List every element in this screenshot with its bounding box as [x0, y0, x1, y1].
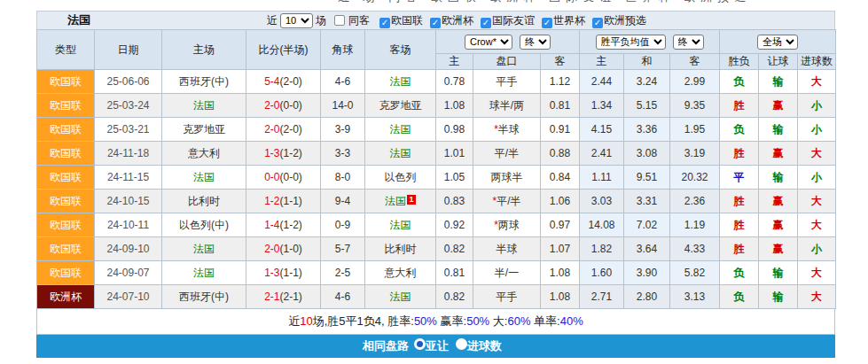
handicap-odds-away: 1.08 — [541, 285, 580, 309]
avg-odds-select[interactable]: 胜平负均值 — [596, 35, 666, 50]
summary-part: 近 — [288, 314, 300, 328]
handicap-odds-home: 0.82 — [436, 237, 473, 261]
final-select-handicap[interactable]: 终 — [520, 35, 551, 50]
league-checkbox-1[interactable]: ✓ — [430, 18, 441, 28]
handicap-odds-away: 0.88 — [541, 142, 580, 166]
match-date: 24-09-10 — [95, 237, 162, 261]
score: 1-3(1-1) — [246, 261, 321, 285]
clipped-row-above: 近 场 同客 欧国联 欧洲杯 国际友谊 世界杯 欧洲预选 — [36, 0, 835, 11]
away-team: 克罗地亚 — [365, 94, 436, 118]
avg-odds-draw: 3.31 — [624, 190, 670, 213]
home-team: 克罗地亚 — [162, 118, 246, 142]
handicap-line: 半球 — [473, 237, 541, 261]
handicap-odds-away: 0.84 — [541, 166, 580, 190]
corner-score: 4-6 — [321, 70, 365, 94]
home-team: 以色列(中) — [162, 213, 246, 237]
handicap-result: 赢 — [759, 142, 798, 166]
handicap-odds-away: 1.08 — [541, 261, 580, 285]
fullmatch-select[interactable]: 全场 — [757, 35, 798, 50]
away-team: 以色列 — [365, 166, 436, 190]
handicap-group-header: Crow* 终 — [436, 30, 580, 54]
avg-odds-lose: 2.36 — [670, 190, 720, 213]
match-result: 胜 — [720, 94, 759, 118]
match-date: 24-10-15 — [95, 190, 162, 213]
league-checkbox-2[interactable]: ✓ — [481, 18, 491, 28]
col-header-away: 客场 — [365, 30, 436, 70]
avg-odds-lose: 1.19 — [670, 213, 720, 237]
summary-part: 单率: — [530, 314, 559, 328]
match-result: 负 — [720, 118, 759, 142]
goals-result: 小 — [798, 118, 836, 142]
goals-result: 大 — [798, 70, 836, 94]
goals-result: 小 — [798, 237, 836, 261]
league-label-1: 欧洲杯 — [442, 14, 473, 27]
avg-odds-win: 1.60 — [580, 261, 624, 285]
avg-odds-draw: 7.02 — [624, 213, 670, 237]
score: 1-3(1-2) — [246, 142, 321, 166]
match-result: 胜 — [720, 237, 759, 261]
handicap-line: *半球 — [473, 118, 541, 142]
score: 5-4(2-0) — [246, 70, 321, 94]
avg-odds-draw: 3.64 — [624, 237, 670, 261]
same-away-checkbox[interactable] — [334, 15, 345, 26]
summary-part: 60% — [507, 314, 530, 328]
avg-odds-win: 1.34 — [580, 94, 624, 118]
goals-result: 大 — [798, 142, 836, 166]
handicap-odds-home: 0.83 — [436, 190, 473, 213]
league-checkbox-3[interactable]: ✓ — [542, 18, 552, 28]
handicap-result: 赢 — [759, 237, 798, 261]
odds-history-panel: 近 场 同客 欧国联 欧洲杯 国际友谊 世界杯 欧洲预选 法国 近 10 场 同… — [36, 0, 835, 358]
match-date: 25-03-21 — [95, 118, 162, 142]
handicap-result: 输 — [759, 166, 798, 190]
avg-odds-group-header: 胜平负均值 终 — [580, 30, 720, 54]
league-type-badge: 欧国联 — [37, 190, 95, 213]
avg-odds-win: 3.03 — [580, 190, 624, 213]
away-team: 比利时 — [365, 237, 436, 261]
league-checkbox-4[interactable]: ✓ — [592, 18, 603, 28]
corner-score: 4-6 — [321, 285, 365, 309]
team-title: 法国 — [67, 12, 90, 28]
footer-radio-1[interactable] — [456, 338, 467, 350]
league-label-2: 国际友谊 — [492, 14, 535, 27]
filter-bar: 法国 近 10 场 同客 ✓欧国联✓欧洲杯✓国际友谊✓世界杯✓欧洲预选 — [36, 11, 835, 29]
sub-header-4: 和 — [624, 54, 670, 70]
bookmaker-select[interactable]: Crow* — [465, 35, 512, 50]
avg-odds-draw: 3.90 — [624, 261, 670, 285]
footer-options: 亚让进球数 — [414, 338, 509, 354]
corner-score: 0-9 — [321, 213, 365, 237]
final-select-avg[interactable]: 终 — [673, 35, 704, 50]
footer-radio-label-0[interactable]: 亚让 — [426, 339, 449, 352]
match-date: 24-11-18 — [95, 142, 162, 166]
col-header-score: 比分(半场) — [246, 30, 321, 70]
goals-result: 大 — [798, 285, 836, 309]
avg-odds-win: 4.15 — [580, 118, 624, 142]
score: 2-0(1-0) — [246, 237, 321, 261]
same-trend-label: 相同盘路 — [363, 338, 409, 354]
handicap-line: 半/一 — [473, 261, 541, 285]
handicap-odds-home: 0.98 — [436, 118, 473, 142]
avg-odds-lose: 4.33 — [670, 237, 720, 261]
recent-count-select[interactable]: 10 — [280, 13, 313, 28]
league-label-4: 欧洲预选 — [604, 14, 646, 27]
col-header-home: 主场 — [162, 30, 246, 70]
handicap-line: 平/半 — [473, 142, 541, 166]
footer-radio-label-1[interactable]: 进球数 — [467, 339, 502, 352]
avg-odds-win: 2.44 — [580, 70, 624, 94]
avg-odds-lose: 5.82 — [670, 261, 720, 285]
match-row: 欧国联24-09-10法国2-0(1-0)5-7比利时0.82半球1.071.8… — [37, 237, 836, 261]
match-date: 24-10-11 — [95, 213, 162, 237]
match-row: 欧国联25-06-06西班牙(中)5-4(2-0)4-6法国0.78平手1.12… — [37, 70, 836, 94]
handicap-result: 赢 — [759, 190, 798, 213]
avg-odds-win: 2.71 — [580, 285, 624, 309]
league-checkbox-0[interactable]: ✓ — [379, 18, 390, 28]
matches-label: 场 — [316, 13, 326, 28]
handicap-odds-home: 0.92 — [436, 213, 473, 237]
handicap-odds-away: 1.07 — [541, 237, 580, 261]
avg-odds-win: 14.08 — [580, 213, 624, 237]
avg-odds-draw: 3.24 — [624, 70, 670, 94]
footer-radio-0[interactable] — [414, 338, 426, 350]
league-type-badge: 欧国联 — [37, 166, 95, 190]
corner-score: 5-7 — [321, 237, 365, 261]
col-header-date: 日期 — [95, 30, 162, 70]
score: 2-0(2-0) — [246, 118, 321, 142]
